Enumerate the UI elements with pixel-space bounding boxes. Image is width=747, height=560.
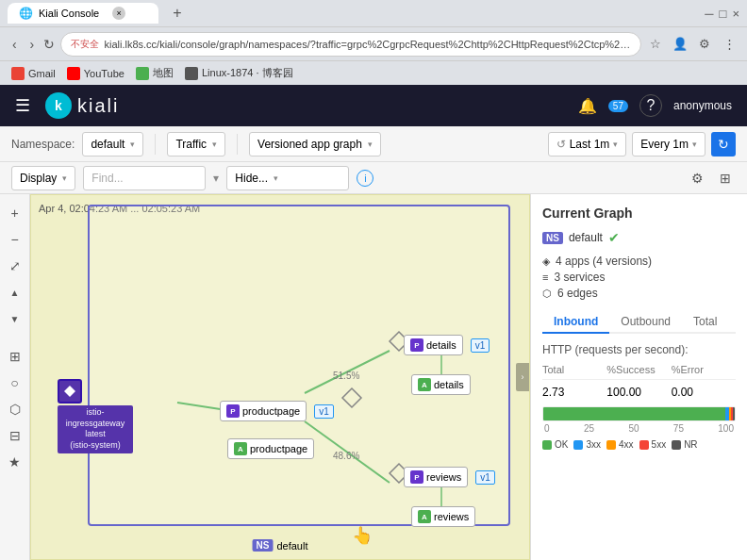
kiali-logo: k kiali: [45, 92, 119, 119]
productpage-app-node[interactable]: A productpage: [227, 438, 314, 459]
panel-ns-name: default: [569, 231, 603, 244]
reviews-workload-node[interactable]: P reviews v1: [404, 467, 495, 487]
graph-type-dropdown[interactable]: Versioned app graph ▾: [249, 132, 381, 156]
maps-icon: [136, 67, 149, 80]
panel-tabs: Inbound Outbound Total: [542, 311, 736, 334]
graph-canvas: Apr 4, 02:04:23 AM ... 02:05:23 AM: [30, 194, 530, 560]
gmail-icon: [11, 67, 25, 80]
namespace-dropdown-arrow: ▾: [130, 140, 135, 149]
edge-icon[interactable]: ⬡: [4, 398, 26, 420]
last-time-dropdown[interactable]: ↺ Last 1m ▾: [548, 132, 627, 156]
apps-text: 4 apps (4 versions): [556, 255, 652, 268]
table-data-row: 2.73 100.00 0.00: [542, 386, 736, 399]
find-input[interactable]: Find...: [83, 166, 206, 190]
edges-icon: ⬡: [542, 288, 552, 300]
left-sidebar: + − ⤢ ▲ ▼ ⊞ ○ ⬡ ⊟ ★: [0, 194, 30, 560]
secondary-toolbar: Display ▾ Find... ▾ Hide... ▾ i ⚙ ⊞: [0, 162, 747, 194]
reviews-badge: P: [410, 470, 423, 484]
ok-segment: [543, 407, 725, 420]
productpage-workload-node[interactable]: P productpage v1: [220, 401, 334, 421]
layers-icon[interactable]: ⊞: [715, 168, 736, 189]
help-icon[interactable]: ?: [639, 94, 662, 117]
back-button[interactable]: ‹: [8, 31, 22, 58]
tab-inbound[interactable]: Inbound: [542, 311, 609, 334]
ingressgateway-node[interactable]: istio-ingressgatewaylatest(istio-system): [58, 379, 133, 453]
address-text: kiali.lk8s.cc/kiali/console/graph/namesp…: [105, 39, 632, 50]
4xx-label: 4xx: [619, 439, 634, 450]
details-app-node[interactable]: A details: [411, 374, 471, 395]
details-badge: P: [410, 338, 423, 352]
bookmark-star-icon[interactable]: ☆: [645, 34, 666, 55]
panel-collapse-button[interactable]: ›: [516, 363, 529, 391]
reviews-app-node[interactable]: A reviews: [411, 506, 475, 527]
main-toolbar: Namespace: default ▾ Traffic ▾ Versioned…: [0, 126, 747, 162]
refresh-button[interactable]: ↻: [711, 132, 736, 156]
zoom-out-icon[interactable]: −: [4, 228, 26, 251]
toolbar-separator-2: [237, 134, 238, 155]
tab-outbound[interactable]: Outbound: [609, 311, 682, 334]
bookmark-gmail[interactable]: Gmail: [11, 67, 56, 80]
panel-stats: ◈ 4 apps (4 versions) ≡ 3 services ⬡ 6 e…: [542, 255, 736, 300]
legend-nr: NR: [672, 439, 697, 450]
details-app-label: details: [434, 379, 464, 390]
3xx-dot: [573, 440, 583, 450]
tab-total[interactable]: Total: [682, 311, 728, 334]
col-error: %Error: [672, 364, 736, 375]
5xx-label: 5xx: [652, 439, 667, 450]
5xx-dot: [639, 440, 649, 450]
star-icon[interactable]: ★: [4, 451, 26, 473]
settings-icon[interactable]: ⚙: [687, 168, 707, 189]
profile-icon[interactable]: 👤: [670, 34, 690, 55]
node-icon[interactable]: ○: [4, 371, 26, 394]
hamburger-menu-icon[interactable]: ☰: [15, 95, 30, 116]
extensions-icon[interactable]: ⚙: [694, 34, 715, 55]
namespace-dropdown[interactable]: default ▾: [82, 132, 143, 156]
bookmark-linux[interactable]: Linux-1874 · 博客园: [185, 66, 293, 80]
youtube-icon: [67, 67, 80, 80]
user-label: anonymous: [673, 99, 732, 112]
details-label: details: [426, 339, 456, 351]
traffic-dropdown[interactable]: Traffic ▾: [167, 132, 225, 156]
svg-marker-10: [64, 386, 75, 397]
delete-icon[interactable]: ⊟: [4, 424, 26, 447]
services-icon: ≡: [542, 272, 548, 283]
tab-favicon: 🌐: [19, 7, 33, 20]
notification-bell-icon[interactable]: 🔔: [578, 97, 597, 115]
legend-5xx: 5xx: [639, 439, 667, 450]
menu-icon[interactable]: ⋮: [719, 34, 739, 55]
nr-label: NR: [684, 439, 697, 450]
every-time-dropdown[interactable]: Every 1m ▾: [632, 132, 706, 156]
security-badge: 不安全: [71, 38, 99, 51]
address-bar[interactable]: 不安全 kiali.lk8s.cc/kiali/console/graph/na…: [60, 32, 642, 57]
3xx-label: 3xx: [586, 439, 601, 450]
forward-button[interactable]: ›: [25, 31, 40, 58]
zoom-in-icon[interactable]: +: [4, 202, 26, 224]
productpage-app-label: productpage: [250, 443, 307, 454]
tab-close-button[interactable]: ×: [112, 7, 125, 20]
right-panel: Current Graph NS default ✔ ◈ 4 apps (4 v…: [530, 194, 747, 560]
fit-screen-icon[interactable]: ⤢: [4, 255, 26, 277]
apps-icon: ◈: [542, 255, 550, 268]
reload-button[interactable]: ↻: [42, 31, 57, 58]
hide-dropdown-arrow: ▾: [274, 173, 278, 183]
chart-x-labels: 0 25 50 75 100: [542, 423, 736, 434]
productpage-badge: P: [226, 404, 240, 418]
tab-title: Kiali Console: [39, 8, 99, 19]
bookmark-maps[interactable]: 地图: [136, 66, 174, 80]
bookmark-youtube[interactable]: YouTube: [67, 67, 124, 80]
reviews-version: v1: [475, 470, 495, 485]
browser-tab[interactable]: 🌐 Kiali Console ×: [8, 3, 158, 24]
productpage-app-badge: A: [234, 442, 247, 455]
pan-up-icon[interactable]: ▲: [4, 281, 26, 304]
new-tab-button[interactable]: +: [166, 2, 189, 25]
display-dropdown[interactable]: Display ▾: [11, 166, 75, 190]
details-workload-node[interactable]: P details v1: [404, 335, 490, 355]
cell-total: 2.73: [542, 386, 606, 399]
http-section-title: HTTP (requests per second):: [542, 343, 736, 356]
info-icon[interactable]: i: [357, 170, 374, 187]
pan-down-icon[interactable]: ▼: [4, 307, 26, 330]
hide-dropdown[interactable]: Hide... ▾: [226, 166, 349, 190]
select-icon[interactable]: ⊞: [4, 345, 26, 368]
ingressgateway-label: istio-ingressgatewaylatest(istio-system): [58, 405, 133, 453]
edges-stat: ⬡ 6 edges: [542, 287, 736, 300]
